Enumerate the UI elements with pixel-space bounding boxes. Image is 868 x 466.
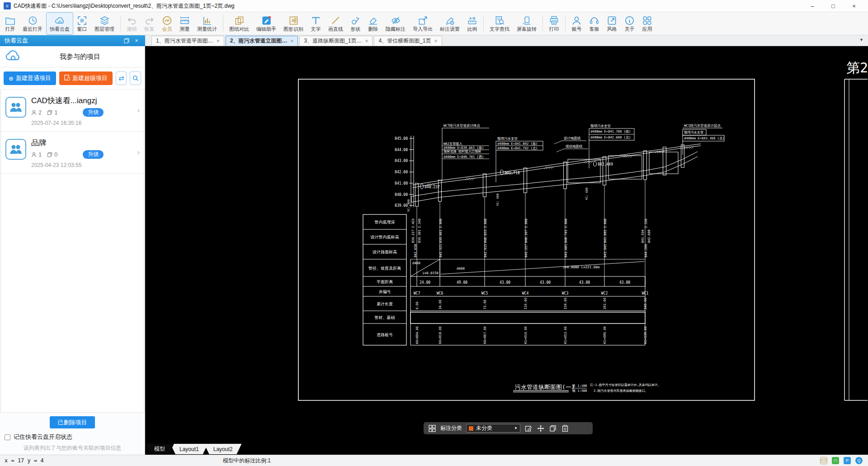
- toolbar-export-button[interactable]: 导入导出: [409, 12, 436, 35]
- folder-icon: [5, 15, 15, 26]
- doc-tab-label: 4、管位横断面图_1页: [378, 37, 431, 45]
- svg-text:841.00: 841.00: [395, 181, 408, 185]
- search-project-button[interactable]: [130, 71, 141, 85]
- toolbar-stats-button[interactable]: 测量统计: [193, 12, 221, 35]
- wechat-icon[interactable]: ⬭: [832, 457, 839, 464]
- doc-tab-1[interactable]: 1、雨污水管道平面图…×: [151, 36, 224, 46]
- toolbar-about-button[interactable]: 关于: [621, 12, 638, 35]
- project-card[interactable]: CAD快速看...iangzj 2 1 升级 2025-07-24 16:35:…: [1, 90, 144, 132]
- toolbar-assist-button[interactable]: 编辑助手: [253, 12, 280, 35]
- chevron-right-icon[interactable]: ›: [137, 148, 140, 157]
- close-tab-icon[interactable]: ×: [365, 38, 368, 44]
- toolbar-print-button[interactable]: 打印: [545, 12, 563, 35]
- svg-text:839.00: 839.00: [395, 204, 408, 208]
- svg-text:K0+894.00: K0+894.00: [415, 326, 419, 344]
- toolbar-recognize-button[interactable]: 图形识别: [280, 12, 307, 35]
- text-icon: [311, 15, 321, 26]
- sync-project-button[interactable]: ⇄: [116, 71, 127, 85]
- toolbar-separator: [223, 15, 223, 32]
- new-super-project-button[interactable]: 新建超级项目: [59, 71, 113, 85]
- classify-dropdown[interactable]: 未分类 ▼: [466, 424, 520, 433]
- doc-tab-label: 1、雨污水管道平面图…: [156, 37, 213, 45]
- toolbar-redo-button[interactable]: 恢复: [141, 12, 158, 35]
- project-date: 2025-07-24 16:35:16: [31, 120, 139, 126]
- toolbar-label: 图纸对比: [229, 26, 249, 32]
- minimize-button[interactable]: –: [802, 0, 823, 12]
- toolbar-layers-button[interactable]: 图层管理: [91, 12, 118, 35]
- window-icon: [77, 15, 87, 26]
- layout-tab-Layout1[interactable]: Layout1: [170, 444, 208, 454]
- annotation-scale-text: 模型中的标注比例:1: [223, 457, 271, 465]
- toolbar-account-button[interactable]: 账号: [568, 12, 585, 35]
- toolbar-shape-button[interactable]: 形状: [347, 12, 364, 35]
- toolbar-text-button[interactable]: 文字: [307, 12, 325, 35]
- toolbar-label: 删除: [368, 26, 378, 32]
- close-button[interactable]: ×: [844, 0, 864, 12]
- new-normal-project-button[interactable]: ⊕ 新建普通项目: [4, 71, 56, 85]
- toolbar-rotate-button[interactable]: 屏幕旋转: [513, 12, 540, 35]
- toolbar-service-button[interactable]: 客服: [585, 12, 603, 35]
- toolbar-hide-button[interactable]: 隐藏标注: [382, 12, 409, 35]
- copy-annotation-icon[interactable]: [549, 424, 557, 433]
- rotate-icon: [522, 15, 532, 26]
- deleted-projects-button[interactable]: 已删除项目: [50, 416, 95, 428]
- svg-text:设计路面标高: 设计路面标高: [373, 250, 397, 254]
- edit-annotation-icon[interactable]: [524, 424, 533, 433]
- close-tab-icon[interactable]: ×: [290, 38, 293, 44]
- toolbar-label: 会员: [162, 26, 172, 32]
- svg-text:839.227: 839.227: [411, 229, 415, 243]
- project-card[interactable]: 品牌 1 0 升级 2025-04-23 12:03:55 ›: [1, 132, 144, 174]
- svg-text:0.00: 0.00: [415, 302, 419, 309]
- layout-tab-模型[interactable]: 模型: [145, 444, 174, 454]
- upgrade-badge[interactable]: 升级: [83, 150, 104, 159]
- layout-tab-Layout2[interactable]: Layout2: [204, 444, 242, 454]
- paste-annotation-icon[interactable]: [561, 424, 569, 433]
- close-tab-icon[interactable]: ×: [217, 38, 220, 44]
- grid-icon[interactable]: [428, 424, 436, 433]
- svg-text:843.00: 843.00: [395, 159, 408, 163]
- toolbar-style-button[interactable]: 风格: [603, 12, 621, 35]
- close-tab-icon[interactable]: ×: [434, 38, 437, 44]
- chevron-right-icon[interactable]: ›: [137, 106, 140, 115]
- toolbar-apps-button[interactable]: 应用: [638, 12, 656, 35]
- svg-text:i=0.0150: i=0.0150: [422, 271, 439, 275]
- project-name: 品牌: [31, 138, 139, 148]
- recognize-icon: [288, 15, 299, 26]
- toolbar-folder-button[interactable]: 打开: [1, 12, 19, 35]
- toolbar-eraser-button[interactable]: 删除: [364, 12, 382, 35]
- move-annotation-icon[interactable]: [537, 424, 545, 433]
- cloud-icon: [5, 50, 21, 63]
- pw-icon[interactable]: P: [844, 457, 851, 464]
- tab-overflow-icon[interactable]: ▼: [859, 38, 863, 42]
- toolbar-vip-button[interactable]: VIP会员: [158, 12, 176, 35]
- chevron-down-icon: ▼: [514, 426, 518, 430]
- drawing-canvas[interactable]: 第2页845.00844.00843.00842.00841.00840.008…: [145, 46, 868, 455]
- toolbar-compare-button[interactable]: 图纸对比: [226, 12, 253, 35]
- toolbar-recent-button[interactable]: 最近打开: [19, 12, 46, 35]
- toolbar-undo-button[interactable]: 撤销: [123, 12, 141, 35]
- remember-checkbox[interactable]: [5, 434, 10, 440]
- toolbar-annoset-button[interactable]: 标注设置: [436, 12, 463, 35]
- upgrade-badge[interactable]: 升级: [83, 108, 104, 117]
- qq-icon[interactable]: Q: [855, 457, 863, 464]
- maximize-button[interactable]: □: [823, 0, 844, 12]
- svg-text:管径、坡度及距离: 管径、坡度及距离: [368, 266, 401, 271]
- toolbar-cloud-button[interactable]: 快看云盘: [46, 12, 73, 35]
- toolbar-line-button[interactable]: 画直线: [325, 12, 347, 35]
- svg-text:K0+918.00: K0+918.00: [438, 326, 442, 344]
- svg-text:设计地面线: 设计地面线: [564, 136, 581, 140]
- svg-text:843.601: 843.601: [564, 244, 568, 257]
- toolbar-findtext-button[interactable]: 文字查找: [486, 12, 513, 35]
- toolbar-measure-button[interactable]: 测量: [176, 12, 193, 35]
- doc-tab-3[interactable]: 3、道路纵断面图_1页…×: [299, 36, 373, 46]
- svg-text:840.00: 840.00: [395, 193, 408, 197]
- selected-category: 未分类: [476, 424, 511, 432]
- close-panel-icon[interactable]: ×: [132, 37, 141, 44]
- toolbar-ratio-button[interactable]: A:B比例: [463, 12, 481, 35]
- toolbar-window-button[interactable]: 窗口: [73, 12, 91, 35]
- svg-text:注:1.图中尺寸除管径以毫米计外,其余均以米计。: 注:1.图中尺寸除管径以毫米计外,其余均以米计。: [590, 383, 661, 387]
- doc-tab-2[interactable]: 2、雨污水管道立面图…×: [226, 36, 298, 46]
- doc-tab-4[interactable]: 4、管位横断面图_1页×: [374, 36, 442, 46]
- float-panel-icon[interactable]: [123, 37, 131, 44]
- feedback-icon[interactable]: [820, 457, 827, 464]
